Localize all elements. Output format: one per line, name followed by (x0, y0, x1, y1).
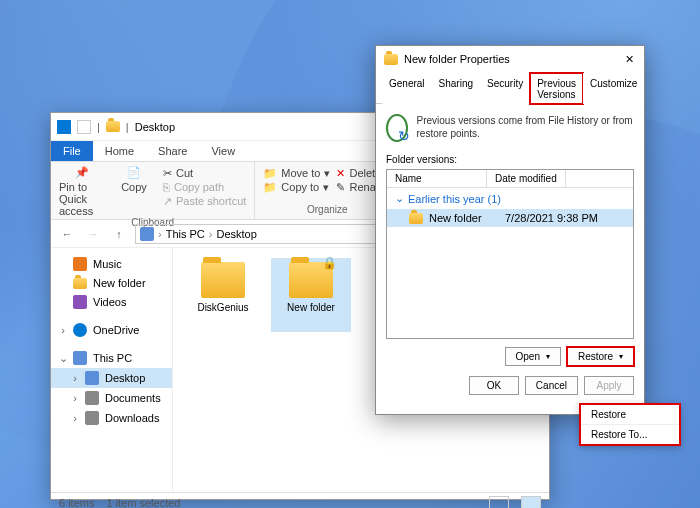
scissors-icon: ✂ (163, 167, 172, 180)
nav-videos[interactable]: Videos (51, 292, 172, 312)
folder-icon (409, 213, 423, 224)
path-icon: ⎘ (163, 181, 170, 193)
version-item[interactable]: New folder 7/28/2021 9:38 PM (387, 209, 633, 227)
col-date[interactable]: Date modified (487, 170, 566, 187)
moveto-button[interactable]: 📁Move to▾ (263, 166, 330, 180)
copy-icon: 📄 (127, 166, 141, 179)
layout-icons-button[interactable] (521, 496, 541, 509)
pin-button[interactable]: 📌Pin to Quick access (59, 166, 105, 217)
explorer-icon-2 (77, 120, 91, 134)
apply-button[interactable]: Apply (584, 376, 634, 395)
folder-icon (384, 54, 398, 65)
nav-desktop[interactable]: ›Desktop (51, 368, 172, 388)
folder-versions-label: Folder versions: (386, 154, 634, 165)
nav-newfolder[interactable]: New folder (51, 274, 172, 292)
restore-button[interactable]: Restore (567, 347, 634, 366)
nav-onedrive[interactable]: ›OneDrive (51, 320, 172, 340)
status-bar: 6 items 1 item selected (51, 492, 549, 508)
cloud-icon (73, 323, 87, 337)
folder-lock-icon (289, 262, 333, 298)
tab-general[interactable]: General (382, 73, 432, 104)
status-selected: 1 item selected (106, 497, 180, 509)
doc-icon (85, 391, 99, 405)
video-icon (73, 295, 87, 309)
crumb-desktop[interactable]: Desktop (216, 228, 256, 240)
up-button[interactable]: ↑ (109, 224, 129, 244)
close-button[interactable]: ✕ (622, 53, 636, 66)
properties-dialog: New folder Properties ✕ General Sharing … (375, 45, 645, 415)
explorer-icon (57, 120, 71, 134)
nav-downloads[interactable]: ›Downloads (51, 408, 172, 428)
nav-thispc[interactable]: ⌄This PC (51, 348, 172, 368)
music-icon (73, 257, 87, 271)
folder-icon (106, 121, 120, 132)
versions-list[interactable]: Name Date modified ⌄Earlier this year (1… (386, 169, 634, 339)
nav-music[interactable]: Music (51, 254, 172, 274)
history-icon (386, 114, 408, 142)
delete-icon: ✕ (336, 167, 345, 180)
nav-documents[interactable]: ›Documents (51, 388, 172, 408)
tab-view[interactable]: View (199, 141, 247, 161)
download-icon (85, 411, 99, 425)
copyto-icon: 📁 (263, 181, 277, 194)
tab-file[interactable]: File (51, 141, 93, 161)
col-name[interactable]: Name (387, 170, 487, 187)
move-icon: 📁 (263, 167, 277, 180)
file-diskgenius[interactable]: DiskGenius (183, 258, 263, 332)
restore-menu: Restore Restore To... (580, 404, 680, 445)
chevron-down-icon: ⌄ (395, 192, 404, 205)
copy-button[interactable]: 📄Copy (111, 166, 157, 193)
crumb-thispc[interactable]: This PC (166, 228, 205, 240)
tab-customize[interactable]: Customize (583, 73, 644, 104)
version-group[interactable]: ⌄Earlier this year (1) (387, 188, 633, 209)
tab-home[interactable]: Home (93, 141, 146, 161)
pin-icon: 📌 (75, 166, 89, 179)
copyto-button[interactable]: 📁Copy to▾ (263, 180, 330, 194)
dialog-titlebar[interactable]: New folder Properties ✕ (376, 46, 644, 72)
menu-restore-to[interactable]: Restore To... (581, 425, 679, 444)
folder-icon (201, 262, 245, 298)
shortcut-icon: ↗ (163, 195, 172, 208)
dialog-title: New folder Properties (404, 53, 510, 65)
pc-icon (73, 351, 87, 365)
tab-security[interactable]: Security (480, 73, 530, 104)
pasteshortcut-button[interactable]: ↗Paste shortcut (163, 194, 246, 208)
copypath-button[interactable]: ⎘Copy path (163, 180, 246, 194)
cut-button[interactable]: ✂Cut (163, 166, 246, 180)
folder-icon (73, 278, 87, 289)
tab-sharing[interactable]: Sharing (432, 73, 480, 104)
nav-pane: Music New folder Videos ›OneDrive ⌄This … (51, 248, 173, 492)
menu-restore[interactable]: Restore (581, 405, 679, 425)
info-text: Previous versions come from File History… (416, 114, 634, 140)
tab-share[interactable]: Share (146, 141, 199, 161)
back-button[interactable]: ← (57, 224, 77, 244)
ok-button[interactable]: OK (469, 376, 519, 395)
status-count: 6 items (59, 497, 94, 509)
window-title: Desktop (135, 121, 175, 133)
desktop-icon (85, 371, 99, 385)
file-newfolder[interactable]: New folder (271, 258, 351, 332)
pc-icon (140, 227, 154, 241)
layout-details-button[interactable] (489, 496, 509, 509)
property-tabs: General Sharing Security Previous Versio… (376, 72, 644, 104)
forward-button[interactable]: → (83, 224, 103, 244)
tab-previous-versions[interactable]: Previous Versions (530, 73, 583, 104)
organize-group-label: Organize (263, 204, 391, 215)
cancel-button[interactable]: Cancel (525, 376, 578, 395)
open-button[interactable]: Open (505, 347, 561, 366)
rename-icon: ✎ (336, 181, 345, 194)
